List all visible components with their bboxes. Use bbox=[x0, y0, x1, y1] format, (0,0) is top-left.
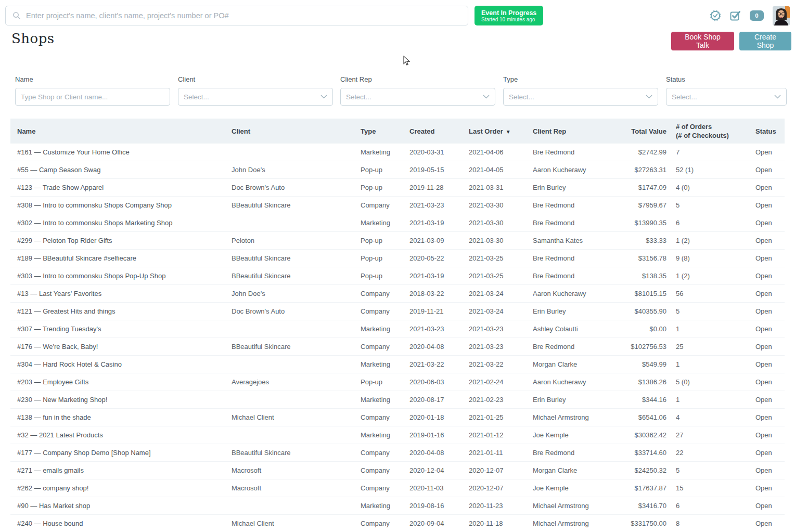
created-cell: 2020-12-04 bbox=[409, 466, 469, 474]
shop-name-link[interactable]: #308 — Intro to commonsku Shops Company … bbox=[10, 201, 232, 209]
type-cell: Company bbox=[361, 449, 409, 457]
shop-name-filter-input[interactable] bbox=[21, 93, 164, 101]
last-order-cell: 2021-03-25 bbox=[469, 254, 533, 262]
created-cell: 2018-03-22 bbox=[409, 290, 469, 297]
shop-name-link[interactable]: #271 — emails gmails bbox=[10, 466, 232, 474]
client-filter-select[interactable]: Select... bbox=[178, 88, 333, 106]
created-cell: 2019-11-28 bbox=[409, 184, 469, 191]
created-cell: 2019-01-16 bbox=[409, 431, 469, 439]
tasks-checkbox-icon[interactable] bbox=[730, 10, 741, 21]
column-header-client-rep[interactable]: Client Rep bbox=[533, 127, 599, 135]
created-cell: 2021-03-22 bbox=[409, 360, 469, 368]
total-value-cell: $33.33 bbox=[599, 237, 676, 244]
clock-icon[interactable] bbox=[710, 10, 721, 21]
table-row[interactable]: #176 — We're Back, Baby! BBeautiful Skin… bbox=[10, 338, 785, 356]
column-header-created[interactable]: Created bbox=[409, 127, 469, 135]
table-row[interactable]: #262 — company shop! Macrosoft Company 2… bbox=[10, 479, 785, 497]
create-shop-button[interactable]: Create Shop bbox=[739, 32, 791, 50]
total-value-cell: $138.35 bbox=[599, 272, 676, 280]
last-order-cell: 2021-03-31 bbox=[469, 184, 533, 191]
status-filter-select[interactable]: Select... bbox=[666, 88, 787, 106]
status-cell: Open bbox=[755, 449, 785, 457]
table-row[interactable]: #299 — Peloton Top Rider Gifts Peloton P… bbox=[10, 232, 785, 250]
table-row[interactable]: #271 — emails gmails Macrosoft Company 2… bbox=[10, 462, 785, 479]
type-cell: Pop-up bbox=[361, 237, 409, 244]
table-row[interactable]: #240 — House bound Michael Client Compan… bbox=[10, 515, 785, 532]
column-header-client[interactable]: Client bbox=[232, 127, 361, 135]
shop-name-link[interactable]: #177 — Company Shop Demo [Shop Name] bbox=[10, 449, 232, 457]
status-cell: Open bbox=[755, 325, 785, 333]
table-row[interactable]: #123 — Trade Show Apparel Doc Brown's Au… bbox=[10, 179, 785, 197]
column-header-type[interactable]: Type bbox=[361, 127, 409, 135]
event-in-progress-badge[interactable]: Event In Progress Started 10 minutes ago bbox=[475, 6, 543, 25]
shop-name-link[interactable]: #161 — Customize Your Home Office bbox=[10, 148, 232, 156]
column-header-status[interactable]: Status bbox=[755, 127, 785, 135]
table-row[interactable]: #55 — Camp Season Swag John Doe's Pop-up… bbox=[10, 161, 785, 179]
table-row[interactable]: #307 — Trending Tuesday's Marketing 2021… bbox=[10, 320, 785, 338]
client-rep-filter-select[interactable]: Select... bbox=[340, 88, 495, 106]
shop-name-link[interactable]: #302 — Intro to commonsku Shops Marketin… bbox=[10, 219, 232, 227]
shop-name-link[interactable]: #13 — Last Years' Favorites bbox=[10, 290, 232, 297]
table-row[interactable]: #90 — Has Market shop Marketing 2019-08-… bbox=[10, 497, 785, 515]
type-cell: Marketing bbox=[361, 148, 409, 156]
created-cell: 2021-03-09 bbox=[409, 237, 469, 244]
type-cell: Company bbox=[361, 343, 409, 351]
type-cell: Marketing bbox=[361, 396, 409, 404]
shop-name-link[interactable]: #138 — fun in the shade bbox=[10, 413, 232, 421]
column-header-name[interactable]: Name bbox=[10, 127, 232, 135]
last-order-cell: 2020-11-23 bbox=[469, 502, 533, 510]
total-value-cell: $13990.35 bbox=[599, 219, 676, 227]
type-cell: Pop-up bbox=[361, 166, 409, 174]
table-row[interactable]: #13 — Last Years' Favorites John Doe's C… bbox=[10, 285, 785, 303]
table-row[interactable]: #203 — Employee Gifts Averagejoes Pop-up… bbox=[10, 373, 785, 391]
status-cell: Open bbox=[755, 520, 785, 527]
total-value-cell: $7959.67 bbox=[599, 201, 676, 209]
shop-name-link[interactable]: #32 — 2021 Latest Products bbox=[10, 431, 232, 439]
table-row[interactable]: #121 — Greatest Hits and things Doc Brow… bbox=[10, 303, 785, 320]
mouse-cursor bbox=[403, 56, 411, 66]
type-filter-select[interactable]: Select... bbox=[503, 88, 658, 106]
book-shop-talk-button[interactable]: Book Shop Talk bbox=[671, 32, 734, 50]
shop-name-link[interactable]: #55 — Camp Season Swag bbox=[10, 166, 232, 174]
column-header-orders[interactable]: # of Orders (# of Checkouts) bbox=[676, 122, 755, 140]
orders-cell: 5 bbox=[676, 201, 755, 209]
table-row[interactable]: #303 — Intro to commonsku Shops Pop-Up S… bbox=[10, 267, 785, 285]
table-row[interactable]: #302 — Intro to commonsku Shops Marketin… bbox=[10, 214, 785, 232]
last-order-cell: 2020-12-07 bbox=[469, 484, 533, 492]
table-row[interactable]: #138 — fun in the shade Michael Client C… bbox=[10, 409, 785, 426]
last-order-cell: 2021-03-30 bbox=[469, 219, 533, 227]
global-search[interactable] bbox=[5, 6, 468, 25]
shop-name-link[interactable]: #176 — We're Back, Baby! bbox=[10, 343, 232, 351]
client-cell: Doc Brown's Auto bbox=[232, 184, 361, 191]
column-header-last-order[interactable]: Last Order▼ bbox=[469, 127, 533, 135]
last-order-cell: 2021-03-24 bbox=[469, 307, 533, 315]
shop-name-link[interactable]: #303 — Intro to commonsku Shops Pop-Up S… bbox=[10, 272, 232, 280]
shop-name-link[interactable]: #123 — Trade Show Apparel bbox=[10, 184, 232, 191]
shop-name-link[interactable]: #304 — Hard Rock Hotel & Casino bbox=[10, 360, 232, 368]
table-row[interactable]: #308 — Intro to commonsku Shops Company … bbox=[10, 197, 785, 214]
notification-counter[interactable]: 0 bbox=[750, 10, 764, 21]
shop-name-link[interactable]: #307 — Trending Tuesday's bbox=[10, 325, 232, 333]
table-row[interactable]: #304 — Hard Rock Hotel & Casino Marketin… bbox=[10, 356, 785, 373]
event-badge-subtitle: Started 10 minutes ago bbox=[481, 17, 536, 22]
table-row[interactable]: #230 — New Marketing Shop! Marketing 202… bbox=[10, 391, 785, 409]
user-avatar[interactable] bbox=[773, 6, 790, 25]
table-row[interactable]: #32 — 2021 Latest Products Marketing 201… bbox=[10, 426, 785, 444]
shop-name-link[interactable]: #90 — Has Market shop bbox=[10, 502, 232, 510]
table-row[interactable]: #189 — BBeautiful Skincare #selfiecare B… bbox=[10, 250, 785, 267]
shop-name-link[interactable]: #230 — New Marketing Shop! bbox=[10, 396, 232, 404]
table-row[interactable]: #161 — Customize Your Home Office Market… bbox=[10, 144, 785, 161]
shop-name-link[interactable]: #262 — company shop! bbox=[10, 484, 232, 492]
shop-name-link[interactable]: #189 — BBeautiful Skincare #selfiecare bbox=[10, 254, 232, 262]
shop-name-link[interactable]: #240 — House bound bbox=[10, 520, 232, 527]
search-input[interactable] bbox=[26, 11, 468, 20]
shop-name-link[interactable]: #121 — Greatest Hits and things bbox=[10, 307, 232, 315]
table-row[interactable]: #177 — Company Shop Demo [Shop Name] BBe… bbox=[10, 444, 785, 462]
shop-name-link[interactable]: #203 — Employee Gifts bbox=[10, 378, 232, 386]
last-order-cell: 2020-12-07 bbox=[469, 466, 533, 474]
orders-cell: 52 (1) bbox=[676, 166, 755, 174]
last-order-cell: 2021-02-23 bbox=[469, 396, 533, 404]
page-title: Shops bbox=[11, 31, 55, 46]
shop-name-link[interactable]: #299 — Peloton Top Rider Gifts bbox=[10, 237, 232, 244]
column-header-total-value[interactable]: Total Value bbox=[599, 127, 676, 135]
